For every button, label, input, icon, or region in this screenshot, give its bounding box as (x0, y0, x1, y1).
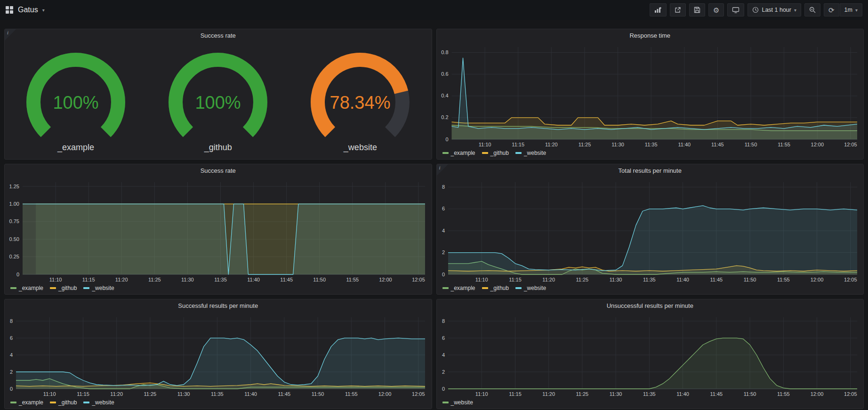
dashboard-settings-button[interactable]: ⚙ (708, 3, 724, 16)
legend-label: _example (451, 285, 475, 291)
gauge-arc-svg: 78.34% (289, 49, 431, 142)
legend-marker (50, 287, 56, 289)
panel-info-icon[interactable]: i (437, 164, 448, 176)
panel-title[interactable]: Response time (437, 29, 864, 42)
legend-marker (482, 287, 488, 289)
panel-title[interactable]: Unsuccessful results per minute (437, 299, 864, 313)
svg-text:11:40: 11:40 (676, 277, 689, 282)
panel-title[interactable]: Success rate (5, 29, 432, 42)
response-time-chart[interactable]: 00.20.40.60.811:1011:1511:2011:2511:3011… (437, 42, 864, 149)
svg-text:11:55: 11:55 (777, 391, 789, 397)
add-panel-button[interactable] (650, 3, 667, 16)
gauge-_website: 78.34% _website (289, 49, 431, 153)
svg-text:11:40: 11:40 (247, 277, 260, 282)
unsuccessful-results-chart[interactable]: 0246811:1011:1511:2011:2511:3011:3511:40… (437, 313, 864, 398)
legend-label: _website (92, 285, 114, 291)
legend-item-_example[interactable]: _example (10, 399, 43, 406)
svg-text:11:25: 11:25 (144, 391, 157, 397)
success-rate-chart[interactable]: 00.250.500.751.001.2511:1011:1511:2011:2… (5, 177, 432, 284)
zoom-out-icon (809, 7, 816, 13)
legend-item-_website[interactable]: _website (83, 399, 114, 406)
legend-item-_website[interactable]: _website (83, 285, 114, 291)
success-rate-gauge-chart: 100% _example 100% _github 78.34% _websi… (5, 42, 432, 159)
svg-text:11:25: 11:25 (578, 142, 591, 147)
svg-text:11:50: 11:50 (744, 142, 757, 147)
svg-text:11:15: 11:15 (77, 391, 89, 397)
svg-text:11:50: 11:50 (743, 277, 756, 282)
panel-info-icon[interactable]: i (5, 29, 16, 40)
svg-text:4: 4 (442, 352, 444, 358)
save-dashboard-button[interactable] (689, 3, 705, 16)
refresh-interval-dropdown[interactable]: 1m ▾ (840, 3, 862, 16)
legend-item-_github[interactable]: _github (50, 285, 77, 291)
svg-text:2: 2 (10, 369, 13, 375)
navbar: Gatus ▾ ⚙ (0, 0, 868, 20)
dashboard-picker-caret-icon[interactable]: ▾ (42, 8, 45, 13)
svg-text:4: 4 (10, 352, 13, 358)
svg-text:6: 6 (442, 335, 444, 341)
legend-marker (442, 287, 449, 289)
svg-text:11:30: 11:30 (177, 391, 190, 397)
gauge-_example: 100% _example (5, 49, 146, 153)
gear-icon: ⚙ (713, 7, 719, 14)
add-panel-icon (654, 7, 662, 13)
panel-successful-results: Successful results per minute 0246811:10… (4, 299, 432, 409)
successful-results-chart[interactable]: 0246811:1011:1511:2011:2511:3011:3511:40… (5, 313, 432, 398)
panel-title[interactable]: Successful results per minute (5, 299, 432, 313)
legend-item-_github[interactable]: _github (50, 399, 77, 406)
share-dashboard-button[interactable] (670, 3, 686, 16)
gauge-arc-svg: 100% (5, 49, 146, 142)
svg-text:12:05: 12:05 (844, 142, 857, 147)
panel-total-results: i Total results per minute 0246811:1011:… (436, 164, 864, 295)
panel-title[interactable]: Success rate (5, 164, 432, 177)
save-icon (694, 7, 700, 13)
svg-text:2: 2 (442, 369, 444, 375)
legend-item-_website[interactable]: _website (515, 285, 546, 291)
legend-marker (482, 152, 488, 154)
dashboard-grid-icon[interactable] (6, 6, 14, 14)
svg-text:0.25: 0.25 (9, 254, 19, 259)
legend-item-_website[interactable]: _website (442, 399, 473, 406)
svg-text:0: 0 (16, 272, 19, 277)
svg-text:11:15: 11:15 (82, 277, 95, 282)
time-range-picker-button[interactable]: Last 1 hour ▾ (747, 3, 801, 16)
svg-text:1.00: 1.00 (9, 201, 19, 207)
svg-text:12:05: 12:05 (412, 277, 425, 282)
svg-text:6: 6 (442, 206, 444, 211)
chart-legend: _website (437, 398, 864, 409)
legend-item-_example[interactable]: _example (442, 285, 475, 291)
svg-text:6: 6 (10, 335, 13, 341)
svg-text:11:55: 11:55 (346, 277, 359, 282)
svg-text:11:35: 11:35 (643, 391, 656, 397)
legend-item-_github[interactable]: _github (482, 285, 509, 291)
refresh-button[interactable]: ⟳ (824, 3, 839, 16)
svg-text:12:05: 12:05 (844, 391, 857, 397)
svg-text:12:00: 12:00 (378, 391, 392, 397)
panel-title[interactable]: Total results per minute (437, 164, 864, 177)
dashboard-title[interactable]: Gatus (18, 6, 38, 14)
panel-success-rate-gauges: i Success rate 100% _example 100% _githu… (4, 29, 432, 160)
chart-legend: _example_github_website (437, 149, 864, 159)
gauge-label: _website (344, 143, 377, 153)
svg-text:11:50: 11:50 (313, 277, 326, 282)
legend-label: _github (490, 285, 509, 291)
svg-text:11:20: 11:20 (542, 277, 555, 282)
legend-label: _example (19, 399, 43, 406)
total-results-chart[interactable]: 0246811:1011:1511:2011:2511:3011:3511:40… (437, 177, 864, 284)
legend-item-_github[interactable]: _github (482, 150, 509, 156)
legend-marker (442, 402, 449, 403)
svg-text:4: 4 (442, 228, 444, 233)
legend-item-_example[interactable]: _example (442, 150, 475, 156)
legend-marker (83, 402, 89, 403)
gauge-label: _github (204, 143, 232, 153)
legend-item-_example[interactable]: _example (10, 285, 43, 291)
legend-item-_website[interactable]: _website (515, 150, 546, 156)
zoom-out-time-button[interactable] (804, 3, 820, 16)
svg-text:11:35: 11:35 (214, 277, 227, 282)
clock-icon (752, 7, 759, 13)
svg-text:11:55: 11:55 (777, 277, 789, 282)
chart-legend: _example_github_website (437, 284, 864, 294)
svg-text:11:35: 11:35 (644, 142, 657, 147)
svg-text:11:55: 11:55 (345, 391, 358, 397)
cycle-view-mode-button[interactable] (727, 3, 744, 16)
